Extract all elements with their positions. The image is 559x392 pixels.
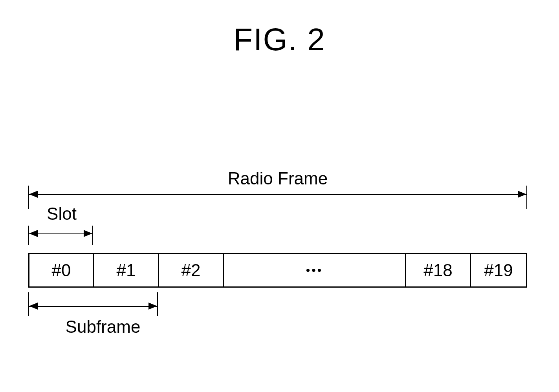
figure-caption: FIG. 2: [0, 22, 559, 58]
slot-cell-19: #19: [471, 254, 526, 286]
slot-cell-ellipsis: •••: [224, 254, 406, 286]
slot-cell-2: #2: [159, 254, 224, 286]
slot-row: #0 #1 #2 ••• #18 #19: [28, 253, 527, 288]
radio-frame-label: Radio Frame: [28, 169, 527, 188]
slot-cell-18: #18: [406, 254, 471, 286]
slot-cell-0: #0: [29, 254, 94, 286]
page: FIG. 2 Radio Frame Slot #0 #1 #2 ••• #18…: [0, 0, 559, 392]
slot-cell-1: #1: [94, 254, 159, 286]
slot-label: Slot: [32, 204, 91, 224]
subframe-label: Subframe: [40, 317, 166, 337]
